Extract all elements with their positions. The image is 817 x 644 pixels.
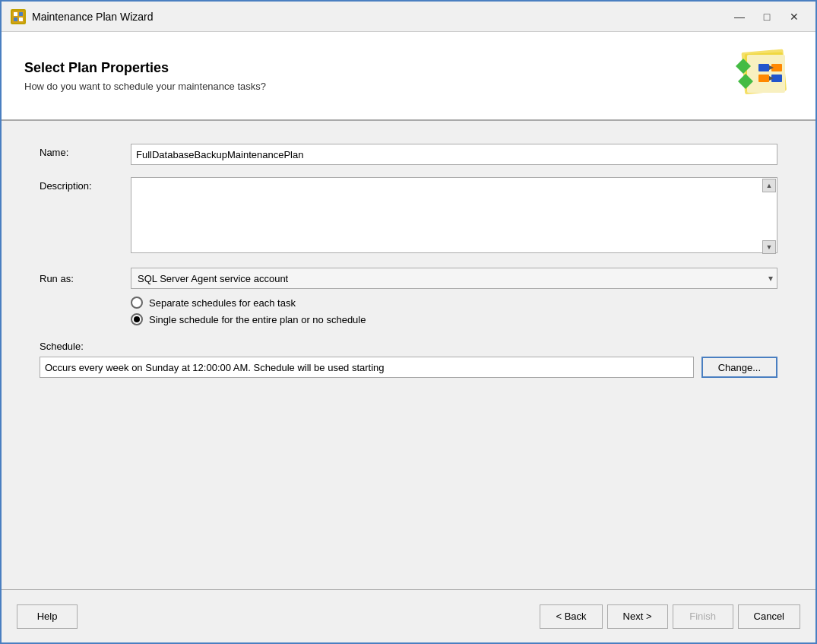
svg-rect-13 (771, 75, 782, 82)
radio-single-label[interactable]: Single schedule for the entire plan or n… (149, 314, 366, 325)
description-control: ▲ ▼ (131, 177, 777, 255)
name-label: Name: (40, 144, 131, 158)
svg-rect-11 (771, 64, 782, 71)
maximize-button[interactable]: □ (755, 6, 779, 27)
scrollbar-up-btn[interactable]: ▲ (762, 179, 776, 192)
svg-rect-2 (19, 12, 23, 16)
name-input[interactable] (131, 144, 777, 165)
radio-separate-btn[interactable] (131, 297, 143, 309)
schedule-input[interactable] (40, 357, 694, 378)
svg-rect-10 (758, 64, 769, 71)
minimize-button[interactable]: — (727, 6, 752, 27)
scrollbar-down-btn[interactable]: ▼ (762, 240, 776, 254)
page-title: Select Plan Properties (24, 60, 266, 76)
window-title: Maintenance Plan Wizard (32, 11, 154, 23)
runas-label: Run as: (40, 273, 131, 284)
content-section: Name: Description: ▲ ▼ Run as: SQL Serve… (2, 121, 815, 589)
footer-left: Help (17, 604, 78, 629)
radio-group: Separate schedules for each task Single … (131, 297, 777, 325)
radio-separate-label[interactable]: Separate schedules for each task (149, 297, 296, 309)
name-control (131, 144, 777, 165)
main-window: Maintenance Plan Wizard — □ ✕ Select Pla… (0, 0, 817, 644)
title-bar-left: Maintenance Plan Wizard (11, 9, 154, 24)
schedule-row: Change... (40, 357, 777, 378)
app-icon (11, 9, 26, 24)
window-controls: — □ ✕ (727, 6, 806, 27)
svg-rect-4 (19, 17, 23, 21)
close-button[interactable]: ✕ (782, 6, 806, 27)
help-button[interactable]: Help (17, 604, 78, 629)
radio-separate-row: Separate schedules for each task (131, 297, 777, 309)
title-bar: Maintenance Plan Wizard — □ ✕ (2, 2, 815, 32)
runas-select[interactable]: SQL Server Agent service account (131, 268, 777, 289)
radio-single-btn[interactable] (131, 313, 143, 325)
radio-single-row: Single schedule for the entire plan or n… (131, 313, 777, 325)
description-label: Description: (40, 177, 131, 192)
svg-rect-7 (747, 55, 785, 93)
change-button[interactable]: Change... (701, 357, 777, 378)
page-subtitle: How do you want to schedule your mainten… (24, 81, 266, 92)
schedule-section: Schedule: Change... (40, 341, 777, 378)
footer-section: Help < Back Next > Finish Cancel (2, 589, 815, 642)
finish-button: Finish (673, 604, 733, 629)
svg-rect-1 (14, 12, 17, 16)
name-row: Name: (40, 144, 777, 165)
footer-right: < Back Next > Finish Cancel (540, 604, 800, 629)
back-button[interactable]: < Back (540, 604, 602, 629)
header-illustration (732, 47, 793, 104)
next-button[interactable]: Next > (607, 604, 668, 629)
description-input[interactable] (131, 177, 777, 253)
svg-rect-3 (14, 17, 17, 21)
runas-row: Run as: SQL Server Agent service account… (40, 268, 777, 289)
description-row: Description: ▲ ▼ (40, 177, 777, 255)
header-text: Select Plan Properties How do you want t… (24, 60, 266, 92)
header-section: Select Plan Properties How do you want t… (2, 32, 815, 121)
svg-rect-12 (758, 75, 769, 82)
cancel-button[interactable]: Cancel (738, 604, 800, 629)
schedule-label: Schedule: (40, 341, 777, 352)
runas-select-wrapper: SQL Server Agent service account ▾ (131, 268, 777, 289)
